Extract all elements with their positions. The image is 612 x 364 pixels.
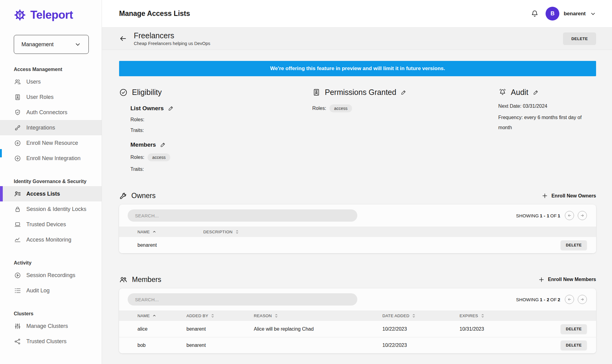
back-button[interactable] <box>119 35 127 43</box>
audit-panel: Audit Next Date: 03/31/2024 Frequency: e… <box>498 88 596 172</box>
nav-section-heading: Clusters <box>14 311 102 317</box>
preview-banner: We're offering this feature in preview a… <box>119 61 596 76</box>
arrow-left-icon <box>119 35 127 43</box>
edit-audit-button[interactable] <box>533 89 539 96</box>
sidebar-item-auth-connectors[interactable]: Auth Connectors <box>0 105 102 120</box>
sidebar-item-users[interactable]: Users <box>0 74 102 89</box>
sidebar-item-integrations[interactable]: Integrations <box>0 120 102 135</box>
sidebar-item-access-lists[interactable]: Access Lists <box>0 186 102 201</box>
owners-title: Owners <box>131 192 156 200</box>
shield-check-icon <box>14 109 21 116</box>
members-next-page-button[interactable] <box>578 295 587 304</box>
members-section: Members Enroll New Members <box>119 275 596 353</box>
user-menu[interactable]: B benarent <box>546 7 596 21</box>
pencil-icon <box>160 142 166 148</box>
sidebar-item-user-roles[interactable]: User Roles <box>0 89 102 105</box>
plus-circle-icon <box>14 140 21 147</box>
edit-list-owners-button[interactable] <box>168 105 174 111</box>
role-chip: access <box>329 104 352 112</box>
sidebar-item-label: Session & Identity Locks <box>26 206 86 212</box>
member-reason: Alice will be replacing Chad <box>254 326 382 332</box>
edit-members-button[interactable] <box>160 142 166 148</box>
wrench-icon <box>119 192 127 200</box>
owners-showing: SHOWING1 - 1OF1 <box>516 213 561 218</box>
owners-column-description[interactable]: DESCRIPTION <box>203 230 541 234</box>
sidebar-item-label: Trusted Clusters <box>26 338 66 345</box>
members-column-name[interactable]: NAME <box>137 313 186 318</box>
circle-arrow-right-icon <box>580 213 585 218</box>
teleport-gear-icon <box>13 9 26 21</box>
id-card-icon <box>14 94 21 101</box>
circle-arrow-left-icon <box>567 213 572 218</box>
app-root: Teleport Management Access Management Us… <box>0 0 612 364</box>
owner-name: benarent <box>137 242 203 248</box>
page-header: Freelancers Cheap Freelancers helping us… <box>102 28 612 50</box>
eligibility-title: Eligibility <box>132 88 162 97</box>
roles-label: Roles: <box>130 117 144 122</box>
sidebar-item-label: Access Monitoring <box>26 237 71 243</box>
lock-icon <box>14 206 21 213</box>
sort-both-icon <box>274 313 278 318</box>
network-icon <box>14 338 21 345</box>
teleport-logo: Teleport <box>0 0 102 21</box>
plug-icon <box>14 124 21 131</box>
roles-label: Roles: <box>130 155 144 160</box>
members-prev-page-button[interactable] <box>565 295 574 304</box>
sidebar-item-trusted-devices[interactable]: Trusted Devices <box>0 217 102 232</box>
roles-label: Roles: <box>312 106 326 111</box>
eligibility-members-title: Members <box>130 141 156 148</box>
owners-column-name[interactable]: NAME <box>137 230 203 234</box>
owners-search-input[interactable] <box>128 209 357 222</box>
delete-member-button[interactable]: DELETE <box>561 340 587 350</box>
owners-section: Owners Enroll New Owners SH <box>119 192 596 253</box>
enroll-new-owners-button[interactable]: Enroll New Owners <box>542 193 596 199</box>
chevron-down-icon <box>590 11 596 17</box>
sidebar-item-enroll-new-integration[interactable]: Enroll New Integration <box>0 151 102 166</box>
sidebar-item-manage-clusters[interactable]: Manage Clusters <box>0 318 102 334</box>
members-column-expires[interactable]: EXPIRES <box>460 313 536 318</box>
members-card: SHOWING1 - 2OF2 <box>119 288 596 353</box>
access-lists-icon <box>14 190 21 197</box>
delete-member-button[interactable]: DELETE <box>561 324 587 334</box>
sidebar-item-session-recordings[interactable]: Session Recordings <box>0 268 102 283</box>
users-icon <box>14 78 21 85</box>
member-expires: 10/31/2023 <box>460 326 536 332</box>
sidebar-item-access-monitoring[interactable]: Access Monitoring <box>0 232 102 247</box>
member-date-added: 10/22/2023 <box>382 326 460 332</box>
plus-icon <box>538 276 545 283</box>
owners-next-page-button[interactable] <box>578 211 587 220</box>
owners-card: SHOWING1 - 1OF1 <box>119 205 596 253</box>
sort-both-icon <box>211 313 215 318</box>
members-column-date-added[interactable]: DATE ADDED <box>382 313 460 318</box>
permissions-panel: Permissions Granted Roles: access <box>312 88 498 172</box>
list-icon <box>14 287 21 294</box>
sidebar-item-audit-log[interactable]: Audit Log <box>0 283 102 298</box>
edit-permissions-button[interactable] <box>400 89 407 96</box>
sidebar-item-label: Audit Log <box>26 287 50 294</box>
topbar: Manage Access Lists B benarent <box>102 0 612 28</box>
sidebar-nav: Access Management Users User <box>0 67 102 349</box>
traits-label: Traits: <box>130 128 144 133</box>
members-search-input[interactable] <box>128 293 357 306</box>
sidebar-item-session-identity-locks[interactable]: Session & Identity Locks <box>0 201 102 217</box>
avatar: B <box>546 7 559 21</box>
sidebar-item-label: Auth Connectors <box>26 109 67 116</box>
sort-asc-icon <box>152 230 156 234</box>
sidebar-item-enroll-new-resource[interactable]: Enroll New Resource <box>0 135 102 151</box>
sidebar-item-label: Integrations <box>26 125 55 131</box>
notifications-button[interactable] <box>531 9 539 18</box>
enroll-new-members-button[interactable]: Enroll New Members <box>538 276 596 283</box>
main-area: Manage Access Lists B benarent <box>102 0 612 364</box>
play-circle-icon <box>14 272 21 279</box>
workspace-selector[interactable]: Management <box>14 35 89 54</box>
members-column-reason[interactable]: REASON <box>254 313 382 318</box>
chevron-down-icon <box>74 41 81 48</box>
owners-prev-page-button[interactable] <box>565 211 574 220</box>
delete-access-list-button[interactable]: DELETE <box>563 32 596 45</box>
audit-next-date: Next Date: 03/31/2024 <box>498 103 596 109</box>
sidebar-item-trusted-clusters[interactable]: Trusted Clusters <box>0 334 102 349</box>
delete-owner-button[interactable]: DELETE <box>561 240 587 250</box>
owners-table-header: NAME DESCRIPTION <box>119 227 596 237</box>
pencil-icon <box>400 89 407 96</box>
members-column-added-by[interactable]: ADDED BY <box>186 313 254 318</box>
